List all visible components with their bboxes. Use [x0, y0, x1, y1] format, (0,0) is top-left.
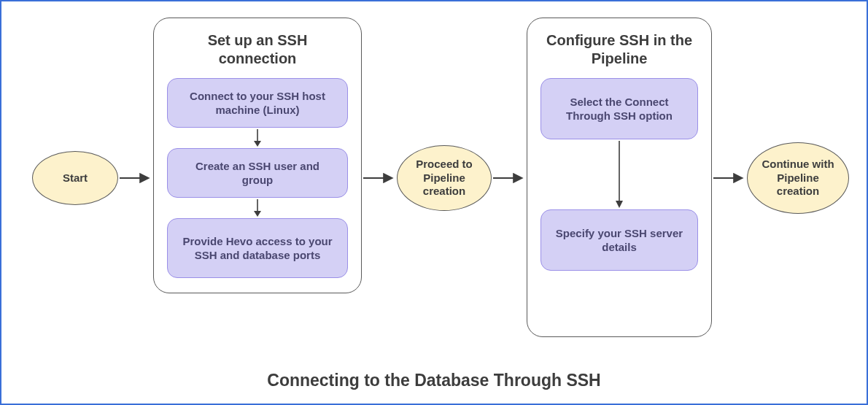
node-proceed: Proceed to Pipeline creation — [397, 145, 492, 211]
arrow-start-to-setup — [118, 171, 153, 185]
arrow-down-1 — [167, 128, 348, 148]
arrow-down-3 — [540, 139, 698, 209]
arrow-configure-to-continue — [712, 171, 747, 185]
container-setup-ssh: Set up an SSH connection Connect to your… — [153, 18, 362, 293]
step-specify-ssh-details: Specify your SSH server details — [540, 209, 698, 271]
step-provide-hevo-access-label: Provide Hevo access to your SSH and data… — [179, 234, 336, 263]
step-select-connect-ssh-label: Select the Connect Through SSH option — [553, 95, 686, 123]
step-create-ssh-user-label: Create an SSH user and group — [179, 159, 336, 188]
step-select-connect-ssh: Select the Connect Through SSH option — [540, 78, 698, 139]
container-configure-title: Configure SSH in the Pipeline — [540, 31, 698, 68]
node-continue-label: Continue with Pipeline creation — [755, 158, 841, 198]
diagram-canvas: Start Set up an SSH connection Connect t… — [0, 0, 868, 405]
node-start: Start — [32, 151, 118, 205]
arrow-down-2 — [167, 198, 348, 218]
diagram-caption: Connecting to the Database Through SSH — [1, 371, 867, 390]
step-specify-ssh-details-label: Specify your SSH server details — [553, 226, 686, 255]
arrow-proceed-to-configure — [492, 171, 527, 185]
step-provide-hevo-access: Provide Hevo access to your SSH and data… — [167, 218, 348, 278]
step-create-ssh-user: Create an SSH user and group — [167, 148, 348, 198]
node-continue: Continue with Pipeline creation — [747, 142, 849, 214]
node-start-label: Start — [63, 171, 88, 185]
container-configure-ssh: Configure SSH in the Pipeline Select the… — [527, 18, 712, 337]
arrow-setup-to-proceed — [362, 171, 397, 185]
step-connect-ssh-host: Connect to your SSH host machine (Linux) — [167, 78, 348, 128]
node-proceed-label: Proceed to Pipeline creation — [405, 158, 484, 198]
container-setup-title: Set up an SSH connection — [167, 31, 348, 68]
step-connect-ssh-host-label: Connect to your SSH host machine (Linux) — [179, 89, 336, 117]
